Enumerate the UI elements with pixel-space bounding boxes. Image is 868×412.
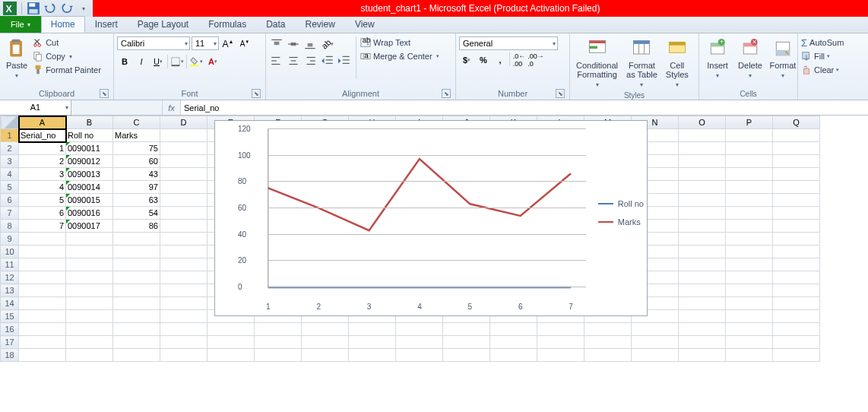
- row-header[interactable]: 9: [1, 233, 19, 246]
- cell[interactable]: [679, 194, 726, 207]
- cell[interactable]: 7: [19, 220, 66, 233]
- row-header[interactable]: 1: [1, 129, 19, 142]
- cell[interactable]: [19, 258, 66, 271]
- column-header[interactable]: B: [66, 116, 113, 129]
- cell[interactable]: 0090011: [66, 142, 113, 155]
- cell[interactable]: 0090015: [66, 194, 113, 207]
- number-launcher[interactable]: ⬊: [556, 89, 565, 98]
- bold-button[interactable]: B: [117, 54, 132, 69]
- tab-review[interactable]: Review: [296, 16, 345, 33]
- row-header[interactable]: 13: [1, 284, 19, 297]
- cell[interactable]: [66, 336, 113, 349]
- currency-icon[interactable]: $▾: [459, 52, 474, 68]
- alignment-launcher[interactable]: ⬊: [442, 89, 451, 98]
- cell[interactable]: Roll no: [66, 129, 113, 142]
- tab-insert[interactable]: Insert: [85, 16, 128, 33]
- tab-view[interactable]: View: [345, 16, 385, 33]
- cell[interactable]: [537, 323, 584, 336]
- cell[interactable]: [443, 349, 490, 362]
- formula-bar-input[interactable]: [181, 100, 868, 115]
- cell[interactable]: [349, 349, 396, 362]
- cell[interactable]: [679, 155, 726, 168]
- font-color-button[interactable]: A▾: [205, 54, 220, 69]
- tab-file[interactable]: File▾: [0, 16, 41, 33]
- cell[interactable]: [66, 349, 113, 362]
- cell[interactable]: [679, 207, 726, 220]
- excel-icon[interactable]: X: [3, 2, 17, 15]
- cell[interactable]: [160, 310, 207, 323]
- cell[interactable]: [726, 310, 773, 323]
- cell[interactable]: 86: [113, 220, 160, 233]
- cell[interactable]: 0090014: [66, 181, 113, 194]
- align-left-icon[interactable]: [269, 53, 284, 68]
- cell[interactable]: [113, 258, 160, 271]
- cell[interactable]: 6: [19, 207, 66, 220]
- cell[interactable]: 97: [113, 181, 160, 194]
- align-right-icon[interactable]: [303, 53, 318, 68]
- increase-indent-icon[interactable]: [337, 53, 352, 68]
- cell[interactable]: [490, 323, 537, 336]
- cell[interactable]: [113, 233, 160, 246]
- column-header[interactable]: D: [160, 116, 207, 129]
- cell[interactable]: [537, 336, 584, 349]
- cell[interactable]: [679, 349, 726, 362]
- select-all-corner[interactable]: [1, 116, 19, 129]
- fill-button[interactable]: Fill▾: [801, 50, 844, 62]
- cell[interactable]: [160, 142, 207, 155]
- cell[interactable]: [679, 284, 726, 297]
- autosum-button[interactable]: ΣAutoSum: [801, 36, 844, 49]
- row-header[interactable]: 2: [1, 142, 19, 155]
- format-painter-button[interactable]: Format Painter: [33, 64, 101, 76]
- cell[interactable]: [679, 258, 726, 271]
- row-header[interactable]: 5: [1, 181, 19, 194]
- cell[interactable]: [66, 323, 113, 336]
- font-size-select[interactable]: 11: [192, 36, 219, 50]
- cell[interactable]: 5: [19, 194, 66, 207]
- cell[interactable]: [632, 323, 679, 336]
- cell[interactable]: 43: [113, 168, 160, 181]
- cell[interactable]: [726, 297, 773, 310]
- cell[interactable]: [584, 349, 632, 362]
- cell[interactable]: [160, 129, 207, 142]
- row-header[interactable]: 6: [1, 194, 19, 207]
- cell[interactable]: [679, 181, 726, 194]
- row-header[interactable]: 4: [1, 168, 19, 181]
- cell[interactable]: [679, 310, 726, 323]
- format-as-table-button[interactable]: Format as Table▾: [623, 36, 661, 91]
- cell[interactable]: [773, 181, 820, 194]
- cell[interactable]: [490, 336, 537, 349]
- font-name-select[interactable]: Calibri: [117, 36, 190, 50]
- tab-page-layout[interactable]: Page Layout: [128, 16, 198, 33]
- grow-font-icon[interactable]: A▲: [220, 36, 236, 52]
- cell[interactable]: [773, 142, 820, 155]
- comma-icon[interactable]: ,: [493, 52, 508, 68]
- shrink-font-icon[interactable]: A▼: [237, 36, 252, 52]
- name-box-dropdown-icon[interactable]: ▾: [65, 104, 68, 111]
- column-header[interactable]: Q: [773, 116, 820, 129]
- qat-dropdown-icon[interactable]: ▾: [77, 2, 90, 15]
- cell[interactable]: [160, 258, 207, 271]
- cell[interactable]: [160, 155, 207, 168]
- cell[interactable]: [679, 246, 726, 258]
- align-center-icon[interactable]: [286, 53, 301, 68]
- cell[interactable]: [726, 271, 773, 284]
- cell[interactable]: [726, 129, 773, 142]
- cell[interactable]: [255, 349, 302, 362]
- cell[interactable]: [584, 323, 632, 336]
- cell[interactable]: [66, 310, 113, 323]
- fx-icon[interactable]: fx: [163, 100, 181, 115]
- clipboard-launcher[interactable]: ⬊: [100, 89, 109, 98]
- cell[interactable]: [584, 336, 632, 349]
- border-button[interactable]: ▾: [169, 54, 185, 69]
- column-header[interactable]: C: [113, 116, 160, 129]
- cell[interactable]: [113, 271, 160, 284]
- increase-decimal-icon[interactable]: .0←.00: [512, 52, 527, 68]
- cell[interactable]: [443, 323, 490, 336]
- italic-button[interactable]: I: [134, 54, 149, 69]
- cell[interactable]: [160, 323, 207, 336]
- align-top-icon[interactable]: [269, 36, 284, 52]
- redo-icon[interactable]: [60, 2, 74, 15]
- cell[interactable]: [679, 129, 726, 142]
- cell[interactable]: [726, 207, 773, 220]
- cell[interactable]: [255, 323, 302, 336]
